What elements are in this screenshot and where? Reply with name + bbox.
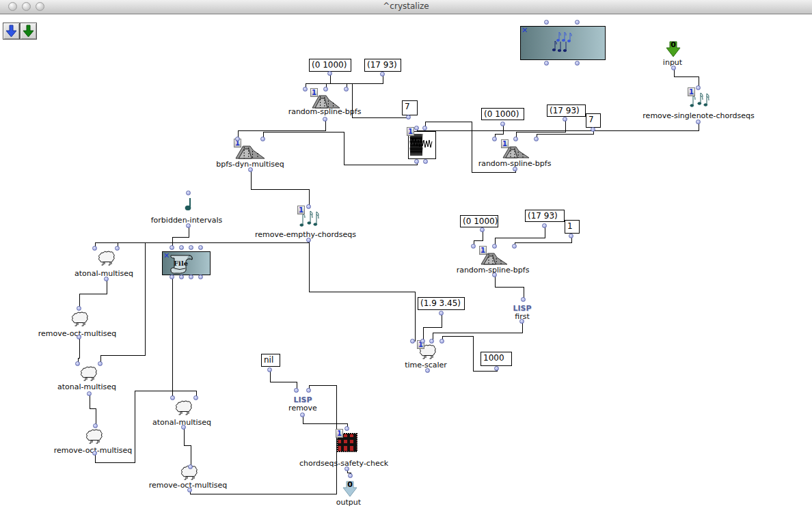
value-box-constant-nil[interactable]: nil — [261, 354, 280, 367]
value-box-constant-17-93-a[interactable]: (17 93) — [364, 59, 401, 72]
outlet-port-atonal-multiseq-2[interactable] — [87, 391, 92, 396]
inlet-port-lisp-first[interactable] — [521, 297, 526, 302]
inlet-port-time-scaler[interactable] — [410, 339, 415, 344]
outlet-port-forbidden-intervals[interactable] — [186, 223, 191, 228]
outlet-port-constant-0-1000-b[interactable] — [500, 122, 505, 126]
outlet-port-file-box[interactable] — [179, 275, 184, 279]
outlet-port-constant-17-93-b[interactable] — [563, 117, 567, 122]
outlet-port-chordseq-picture[interactable] — [575, 61, 580, 66]
patch-cord[interactable] — [79, 279, 107, 309]
inlet-port-random-spline-bpfs-1[interactable] — [344, 87, 349, 92]
outlet-port-remove-singlenote-chordseqs[interactable] — [696, 120, 701, 124]
inlet-port-random-spline-bpfs-3[interactable] — [471, 244, 476, 249]
patch-cord[interactable] — [309, 240, 415, 341]
outlet-port-constant-17-93-a[interactable] — [380, 72, 385, 76]
outlet-port-remove-empthy-chordseqs[interactable] — [306, 238, 311, 242]
inlet-port-time-scaler[interactable] — [439, 339, 444, 344]
outlet-port-chordseq-picture[interactable] — [544, 61, 549, 66]
inlet-port-remove-singlenote-chordseqs[interactable] — [696, 85, 701, 90]
inlet-port-output[interactable] — [348, 473, 353, 478]
outlet-port-constant-nil[interactable] — [267, 367, 272, 372]
outlet-port-remove-oct-multiseq-3[interactable] — [187, 488, 192, 492]
inlet-port-file-box[interactable] — [189, 245, 193, 250]
value-box-constant-17-93-c[interactable]: (17 93) — [525, 210, 565, 222]
inlet-port-file-box[interactable] — [170, 245, 174, 250]
import-button[interactable] — [3, 23, 20, 40]
inlet-port-file-box[interactable] — [179, 245, 184, 250]
outlet-port-constant-7-a[interactable] — [406, 115, 411, 120]
inlet-port-atonal-multiseq-2[interactable] — [98, 361, 103, 366]
value-box-constant-0-1000-a[interactable]: (0 1000) — [309, 59, 351, 72]
value-box-constant-1000[interactable]: 1000 — [481, 352, 512, 366]
patch-cord[interactable] — [433, 322, 522, 341]
inlet-port-chordseq-picture[interactable] — [544, 20, 549, 25]
inlet-port-remove-oct-multiseq-1[interactable] — [77, 306, 81, 311]
inlet-port-random-spline-bpfs-1[interactable] — [323, 87, 328, 92]
outlet-port-multiseq-view[interactable] — [423, 159, 428, 164]
patch-cord[interactable] — [495, 226, 545, 247]
value-box-constant-7-a[interactable]: 7 — [402, 100, 418, 115]
inlet-port-lisp-remove[interactable] — [306, 388, 311, 393]
inlet-port-forbidden-intervals[interactable] — [186, 191, 191, 195]
patch-cord[interactable] — [417, 122, 699, 130]
inlet-port-atonal-multiseq-3[interactable] — [193, 395, 198, 400]
inlet-port-chordseq-picture[interactable] — [575, 20, 580, 25]
outlet-port-atonal-multiseq-3[interactable] — [181, 425, 186, 430]
patch-cord[interactable] — [190, 385, 336, 494]
inlet-port-lisp-remove[interactable] — [294, 388, 299, 393]
patch-cord[interactable] — [78, 337, 79, 364]
inlet-port-remove-oct-multiseq-2[interactable] — [93, 423, 98, 428]
patch-cord[interactable] — [251, 170, 309, 207]
outlet-port-multiseq-view[interactable] — [414, 159, 419, 164]
outlet-port-constant-1.9-3.45[interactable] — [439, 311, 444, 316]
outlet-port-bpfs-dyn-multiseq[interactable] — [248, 167, 253, 172]
outlet-port-file-box[interactable] — [189, 275, 193, 279]
outlet-port-remove-oct-multiseq-1[interactable] — [77, 335, 81, 339]
value-box-constant-1-c[interactable]: 1 — [565, 220, 580, 234]
outlet-port-input[interactable] — [671, 66, 676, 70]
inlet-port-atonal-multiseq-1[interactable] — [115, 246, 120, 251]
outlet-port-constant-1-c[interactable] — [569, 234, 573, 238]
outlet-port-lisp-remove[interactable] — [300, 413, 305, 417]
outlet-port-lisp-first[interactable] — [519, 319, 524, 324]
outlet-port-chordseqs-safety-check[interactable] — [344, 466, 349, 471]
inlet-port-random-spline-bpfs-2[interactable] — [534, 137, 539, 141]
value-box-constant-1.9-3.45[interactable]: (1.9 3.45) — [418, 297, 465, 310]
outlet-port-random-spline-bpfs-1[interactable] — [323, 117, 327, 122]
inlet-port-random-spline-bpfs-3[interactable] — [492, 244, 497, 249]
outlet-port-constant-0-1000-c[interactable] — [480, 227, 485, 232]
node-icon-forbidden-intervals[interactable] — [183, 197, 194, 214]
value-box-constant-7-b[interactable]: 7 — [586, 113, 601, 128]
patch-cord[interactable] — [495, 275, 524, 300]
outlet-port-file-box[interactable] — [170, 275, 174, 279]
lisp-function-label-lisp-remove[interactable]: remove — [288, 404, 317, 413]
node-icon-atonal-multiseq-2[interactable] — [79, 366, 98, 384]
outlet-port-constant-7-b[interactable] — [591, 127, 595, 132]
outlet-port-time-scaler[interactable] — [425, 368, 430, 373]
outlet-port-file-box[interactable] — [198, 275, 203, 279]
outlet-port-constant-0-1000-a[interactable] — [327, 71, 332, 76]
patch-cord[interactable] — [516, 120, 565, 139]
inlet-port-bpfs-dyn-multiseq[interactable] — [260, 137, 265, 141]
inlet-port-multiseq-view[interactable] — [414, 126, 419, 130]
value-box-constant-17-93-b[interactable]: (17 93) — [547, 104, 586, 117]
inlet-port-time-scaler[interactable] — [420, 339, 425, 344]
inlet-port-time-scaler[interactable] — [429, 339, 434, 344]
title-bar[interactable]: ^crystalize — [0, 0, 812, 14]
value-box-constant-0-1000-c[interactable]: (0 1000) — [460, 215, 498, 227]
outlet-port-remove-oct-multiseq-2[interactable] — [92, 451, 97, 456]
inlet-port-bpfs-dyn-multiseq[interactable] — [235, 137, 240, 141]
node-icon-remove-oct-multiseq-2[interactable] — [85, 429, 104, 447]
patch-cord[interactable] — [238, 120, 325, 139]
inlet-port-file-box[interactable] — [198, 245, 203, 250]
inlet-port-random-spline-bpfs-2[interactable] — [492, 137, 497, 141]
outlet-port-constant-17-93-c[interactable] — [542, 223, 547, 228]
inlet-port-remove-empthy-chordseqs[interactable] — [306, 204, 311, 209]
patch-cord[interactable] — [263, 132, 417, 165]
patch-cord[interactable] — [90, 394, 96, 426]
patch-cord[interactable] — [674, 68, 699, 88]
inlet-port-atonal-multiseq-1[interactable] — [92, 246, 97, 251]
delete-x-mark[interactable]: ✕ — [522, 27, 528, 34]
inlet-port-atonal-multiseq-2[interactable] — [75, 361, 80, 366]
node-icon-remove-oct-multiseq-1[interactable] — [70, 311, 90, 329]
